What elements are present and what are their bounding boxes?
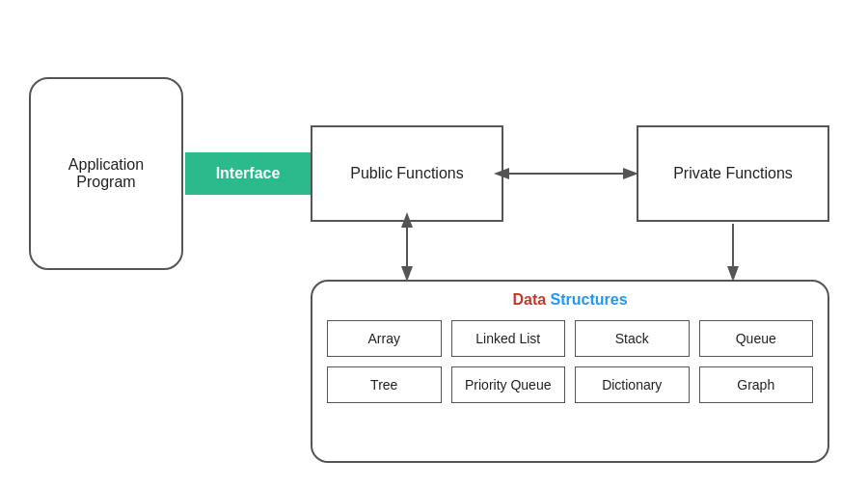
ds-grid: ArrayLinked ListStackQueueTreePriority Q… xyxy=(327,320,813,403)
ds-item: Stack xyxy=(575,320,690,357)
ds-item: Priority Queue xyxy=(451,366,566,403)
data-structures-box: Data Structures ArrayLinked ListStackQue… xyxy=(311,280,829,463)
private-functions-label: Private Functions xyxy=(673,165,793,182)
title-structures-word: Structures xyxy=(546,291,627,308)
title-data-word: Data xyxy=(512,291,546,308)
data-structures-title: Data Structures xyxy=(327,291,813,309)
public-functions-label: Public Functions xyxy=(350,165,463,182)
public-functions-box: Public Functions xyxy=(311,125,503,222)
private-functions-box: Private Functions xyxy=(637,125,829,222)
app-program-box: Application Program xyxy=(29,77,183,270)
ds-item: Tree xyxy=(327,366,442,403)
interface-label: Interface xyxy=(216,165,281,182)
diagram-container: Application Program Interface Public Fun… xyxy=(0,0,868,488)
interface-box: Interface xyxy=(185,152,311,195)
ds-item: Queue xyxy=(699,320,814,357)
ds-item: Array xyxy=(327,320,442,357)
ds-item: Linked List xyxy=(451,320,566,357)
ds-item: Dictionary xyxy=(575,366,690,403)
ds-item: Graph xyxy=(699,366,814,403)
app-program-label: Application Program xyxy=(68,156,144,191)
